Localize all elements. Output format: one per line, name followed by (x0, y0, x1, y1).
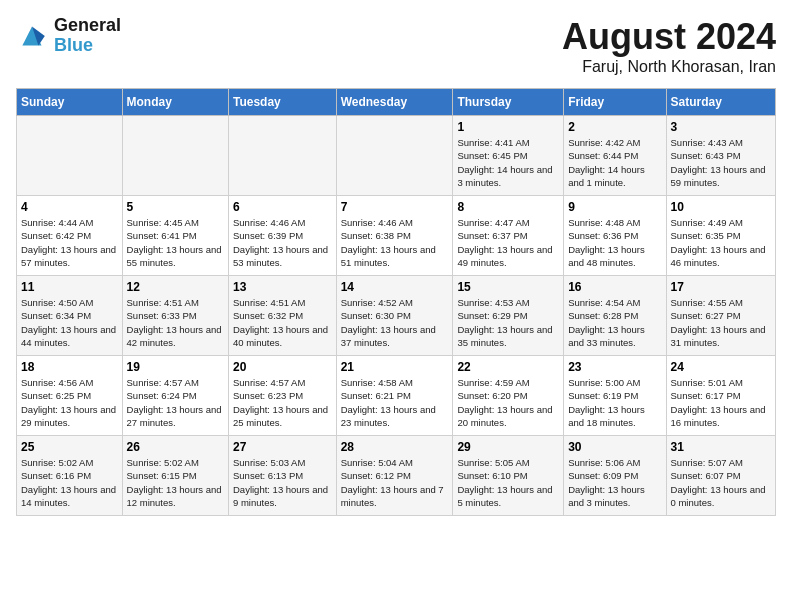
day-number: 28 (341, 440, 449, 454)
day-info: Sunrise: 4:43 AMSunset: 6:43 PMDaylight:… (671, 136, 771, 189)
day-number: 16 (568, 280, 661, 294)
day-number: 19 (127, 360, 224, 374)
header-saturday: Saturday (666, 89, 775, 116)
header-sunday: Sunday (17, 89, 123, 116)
calendar-cell: 26Sunrise: 5:02 AMSunset: 6:15 PMDayligh… (122, 436, 228, 516)
day-info: Sunrise: 5:02 AMSunset: 6:16 PMDaylight:… (21, 456, 118, 509)
header-tuesday: Tuesday (229, 89, 337, 116)
page-title: August 2024 (562, 16, 776, 58)
day-number: 18 (21, 360, 118, 374)
week-row-1: 1Sunrise: 4:41 AMSunset: 6:45 PMDaylight… (17, 116, 776, 196)
day-info: Sunrise: 4:58 AMSunset: 6:21 PMDaylight:… (341, 376, 449, 429)
day-info: Sunrise: 4:52 AMSunset: 6:30 PMDaylight:… (341, 296, 449, 349)
calendar-cell: 24Sunrise: 5:01 AMSunset: 6:17 PMDayligh… (666, 356, 775, 436)
calendar-cell: 18Sunrise: 4:56 AMSunset: 6:25 PMDayligh… (17, 356, 123, 436)
header: GeneralBlue August 2024 Faruj, North Kho… (16, 16, 776, 76)
day-number: 7 (341, 200, 449, 214)
day-number: 22 (457, 360, 559, 374)
calendar-cell: 23Sunrise: 5:00 AMSunset: 6:19 PMDayligh… (564, 356, 666, 436)
header-wednesday: Wednesday (336, 89, 453, 116)
day-info: Sunrise: 5:00 AMSunset: 6:19 PMDaylight:… (568, 376, 661, 429)
calendar-cell: 4Sunrise: 4:44 AMSunset: 6:42 PMDaylight… (17, 196, 123, 276)
calendar-cell: 9Sunrise: 4:48 AMSunset: 6:36 PMDaylight… (564, 196, 666, 276)
header-friday: Friday (564, 89, 666, 116)
day-info: Sunrise: 4:41 AMSunset: 6:45 PMDaylight:… (457, 136, 559, 189)
day-number: 15 (457, 280, 559, 294)
day-number: 5 (127, 200, 224, 214)
day-info: Sunrise: 5:04 AMSunset: 6:12 PMDaylight:… (341, 456, 449, 509)
calendar-cell (17, 116, 123, 196)
day-number: 20 (233, 360, 332, 374)
logo-text: GeneralBlue (54, 16, 121, 56)
page-subtitle: Faruj, North Khorasan, Iran (562, 58, 776, 76)
header-thursday: Thursday (453, 89, 564, 116)
calendar-cell: 21Sunrise: 4:58 AMSunset: 6:21 PMDayligh… (336, 356, 453, 436)
calendar-cell: 25Sunrise: 5:02 AMSunset: 6:16 PMDayligh… (17, 436, 123, 516)
calendar-cell: 16Sunrise: 4:54 AMSunset: 6:28 PMDayligh… (564, 276, 666, 356)
calendar-cell: 11Sunrise: 4:50 AMSunset: 6:34 PMDayligh… (17, 276, 123, 356)
calendar-cell (122, 116, 228, 196)
day-number: 9 (568, 200, 661, 214)
day-number: 17 (671, 280, 771, 294)
day-number: 11 (21, 280, 118, 294)
day-info: Sunrise: 4:57 AMSunset: 6:24 PMDaylight:… (127, 376, 224, 429)
calendar-cell: 1Sunrise: 4:41 AMSunset: 6:45 PMDaylight… (453, 116, 564, 196)
day-number: 21 (341, 360, 449, 374)
day-info: Sunrise: 4:49 AMSunset: 6:35 PMDaylight:… (671, 216, 771, 269)
calendar-cell: 7Sunrise: 4:46 AMSunset: 6:38 PMDaylight… (336, 196, 453, 276)
day-info: Sunrise: 5:07 AMSunset: 6:07 PMDaylight:… (671, 456, 771, 509)
calendar-cell: 2Sunrise: 4:42 AMSunset: 6:44 PMDaylight… (564, 116, 666, 196)
day-number: 25 (21, 440, 118, 454)
day-number: 31 (671, 440, 771, 454)
calendar-cell: 15Sunrise: 4:53 AMSunset: 6:29 PMDayligh… (453, 276, 564, 356)
day-info: Sunrise: 5:02 AMSunset: 6:15 PMDaylight:… (127, 456, 224, 509)
title-area: August 2024 Faruj, North Khorasan, Iran (562, 16, 776, 76)
day-info: Sunrise: 4:42 AMSunset: 6:44 PMDaylight:… (568, 136, 661, 189)
calendar-cell: 5Sunrise: 4:45 AMSunset: 6:41 PMDaylight… (122, 196, 228, 276)
week-row-5: 25Sunrise: 5:02 AMSunset: 6:16 PMDayligh… (17, 436, 776, 516)
calendar-cell (336, 116, 453, 196)
calendar-table: SundayMondayTuesdayWednesdayThursdayFrid… (16, 88, 776, 516)
day-info: Sunrise: 5:03 AMSunset: 6:13 PMDaylight:… (233, 456, 332, 509)
calendar-cell: 6Sunrise: 4:46 AMSunset: 6:39 PMDaylight… (229, 196, 337, 276)
day-number: 27 (233, 440, 332, 454)
calendar-cell: 22Sunrise: 4:59 AMSunset: 6:20 PMDayligh… (453, 356, 564, 436)
day-number: 23 (568, 360, 661, 374)
day-info: Sunrise: 4:45 AMSunset: 6:41 PMDaylight:… (127, 216, 224, 269)
calendar-cell: 28Sunrise: 5:04 AMSunset: 6:12 PMDayligh… (336, 436, 453, 516)
day-number: 12 (127, 280, 224, 294)
day-info: Sunrise: 4:48 AMSunset: 6:36 PMDaylight:… (568, 216, 661, 269)
day-info: Sunrise: 5:05 AMSunset: 6:10 PMDaylight:… (457, 456, 559, 509)
day-number: 10 (671, 200, 771, 214)
logo: GeneralBlue (16, 16, 121, 56)
day-info: Sunrise: 4:57 AMSunset: 6:23 PMDaylight:… (233, 376, 332, 429)
day-info: Sunrise: 4:59 AMSunset: 6:20 PMDaylight:… (457, 376, 559, 429)
day-info: Sunrise: 4:47 AMSunset: 6:37 PMDaylight:… (457, 216, 559, 269)
day-info: Sunrise: 4:51 AMSunset: 6:32 PMDaylight:… (233, 296, 332, 349)
day-info: Sunrise: 4:55 AMSunset: 6:27 PMDaylight:… (671, 296, 771, 349)
calendar-cell: 19Sunrise: 4:57 AMSunset: 6:24 PMDayligh… (122, 356, 228, 436)
day-info: Sunrise: 4:50 AMSunset: 6:34 PMDaylight:… (21, 296, 118, 349)
day-info: Sunrise: 4:44 AMSunset: 6:42 PMDaylight:… (21, 216, 118, 269)
week-row-2: 4Sunrise: 4:44 AMSunset: 6:42 PMDaylight… (17, 196, 776, 276)
day-number: 1 (457, 120, 559, 134)
day-number: 3 (671, 120, 771, 134)
calendar-cell: 12Sunrise: 4:51 AMSunset: 6:33 PMDayligh… (122, 276, 228, 356)
calendar-cell: 30Sunrise: 5:06 AMSunset: 6:09 PMDayligh… (564, 436, 666, 516)
calendar-cell: 27Sunrise: 5:03 AMSunset: 6:13 PMDayligh… (229, 436, 337, 516)
day-info: Sunrise: 4:53 AMSunset: 6:29 PMDaylight:… (457, 296, 559, 349)
logo-icon (16, 20, 48, 52)
day-number: 13 (233, 280, 332, 294)
week-row-3: 11Sunrise: 4:50 AMSunset: 6:34 PMDayligh… (17, 276, 776, 356)
day-number: 6 (233, 200, 332, 214)
calendar-cell: 8Sunrise: 4:47 AMSunset: 6:37 PMDaylight… (453, 196, 564, 276)
calendar-cell (229, 116, 337, 196)
day-info: Sunrise: 4:56 AMSunset: 6:25 PMDaylight:… (21, 376, 118, 429)
day-info: Sunrise: 5:01 AMSunset: 6:17 PMDaylight:… (671, 376, 771, 429)
day-info: Sunrise: 4:51 AMSunset: 6:33 PMDaylight:… (127, 296, 224, 349)
calendar-cell: 17Sunrise: 4:55 AMSunset: 6:27 PMDayligh… (666, 276, 775, 356)
calendar-cell: 29Sunrise: 5:05 AMSunset: 6:10 PMDayligh… (453, 436, 564, 516)
calendar-header-row: SundayMondayTuesdayWednesdayThursdayFrid… (17, 89, 776, 116)
calendar-cell: 13Sunrise: 4:51 AMSunset: 6:32 PMDayligh… (229, 276, 337, 356)
day-number: 26 (127, 440, 224, 454)
